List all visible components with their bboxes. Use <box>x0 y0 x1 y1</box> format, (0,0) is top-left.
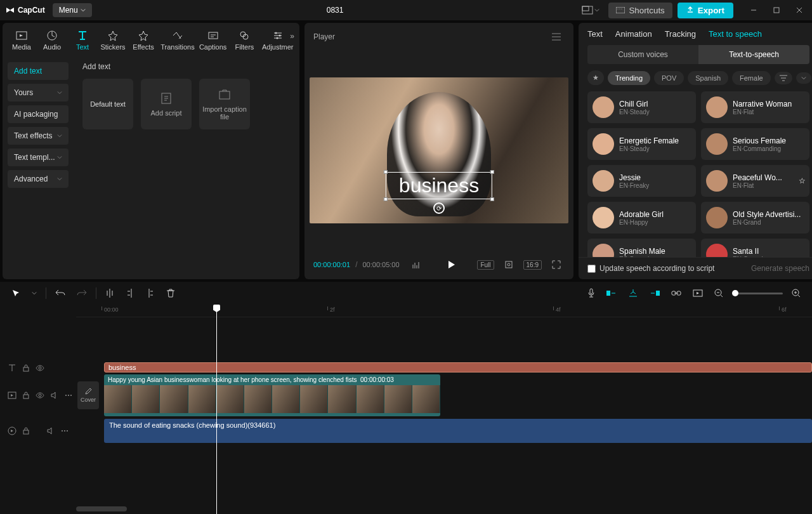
playhead[interactable] <box>216 305 217 514</box>
magnet-left-icon[interactable] <box>604 287 619 300</box>
menu-button[interactable]: Menu <box>53 3 92 17</box>
magnet-icon[interactable] <box>625 286 641 300</box>
visibility-icon[interactable] <box>36 365 44 371</box>
preview-icon[interactable] <box>690 287 705 300</box>
svg-rect-37 <box>23 430 29 434</box>
maximize-button[interactable] <box>769 4 784 16</box>
video-preview[interactable]: business ⟳ <box>310 77 568 223</box>
filter-trending[interactable]: Trending <box>608 71 650 85</box>
right-tab-text-to-speech[interactable]: Text to speech <box>709 29 762 39</box>
mic-icon[interactable] <box>585 286 598 301</box>
timeline-ruler[interactable]: 00:002f4f6f <box>76 305 812 317</box>
sidebar-item-text-effects[interactable]: Text effects <box>8 127 69 145</box>
voice-spanish-male[interactable]: Spanish MaleES·Casual <box>587 239 696 257</box>
card-default-text[interactable]: Default text <box>82 79 133 129</box>
redo-button[interactable] <box>74 286 89 300</box>
close-button[interactable] <box>792 4 807 16</box>
voice-old-style-advertisi-[interactable]: Old Style Advertisi...EN·Grand <box>701 202 809 234</box>
magnet-right-icon[interactable] <box>647 287 662 300</box>
filter-female[interactable]: Female <box>732 71 771 85</box>
generate-speech-button[interactable]: Generate speech <box>751 264 809 273</box>
text-clip[interactable]: business <box>104 362 812 372</box>
track-more-icon[interactable]: ⋯ <box>61 426 69 435</box>
tool-tab-effects[interactable]: Effects <box>129 27 157 53</box>
voice-jessie[interactable]: JessieEN·Freaky <box>587 165 696 197</box>
sidebar-item-text-templ-[interactable]: Text templ... <box>8 148 69 166</box>
tool-tab-stickers[interactable]: Stickers <box>99 27 127 53</box>
voice-santa-ii[interactable]: Santa IIEN·Casual <box>701 239 809 257</box>
sidebar-item-advanced[interactable]: Advanced <box>8 170 69 188</box>
mute-icon[interactable] <box>51 392 58 399</box>
split-icon[interactable] <box>103 286 117 300</box>
minimize-button[interactable] <box>746 4 761 16</box>
layout-button[interactable] <box>578 3 603 17</box>
voice-adorable-girl[interactable]: Adorable GirlEN·Happy <box>587 202 696 234</box>
filter-spanish[interactable]: Spanish <box>688 71 728 85</box>
mute-icon[interactable] <box>47 427 55 435</box>
zoom-out-icon[interactable] <box>712 286 726 300</box>
fullscreen-icon[interactable] <box>548 258 565 272</box>
voice-peaceful-wo-[interactable]: Peaceful Wo...EN·Flat☆ <box>701 165 809 197</box>
tool-tab-audio[interactable]: Audio <box>38 27 66 53</box>
export-button[interactable]: Export <box>678 3 733 18</box>
more-tabs-icon[interactable]: » <box>290 32 294 41</box>
rotate-handle-icon[interactable]: ⟳ <box>433 202 445 214</box>
update-speech-checkbox[interactable]: Update speech according to script <box>587 264 714 273</box>
voice-serious-female[interactable]: Serious FemaleEN·Commanding <box>701 128 809 160</box>
sort-filter-icon[interactable] <box>775 72 792 84</box>
split-left-icon[interactable] <box>123 286 137 300</box>
tool-tab-media[interactable]: Media <box>8 27 36 53</box>
card-import-caption-file[interactable]: Import caption file <box>199 79 250 129</box>
select-dropdown-icon[interactable] <box>29 288 39 298</box>
more-filter-icon[interactable] <box>796 72 811 84</box>
voice-narrative-woman[interactable]: Narrative WomanEN·Flat <box>701 91 809 123</box>
tool-tab-captions[interactable]: Captions <box>198 27 228 53</box>
play-button[interactable] <box>446 260 456 270</box>
audio-track: ⋯ The sound of eating snacks (chewing so… <box>0 416 812 445</box>
right-tab-text[interactable]: Text <box>587 29 603 39</box>
undo-button[interactable] <box>53 286 68 300</box>
sub-tab-text-to-speech[interactable]: Text-to-speech <box>698 45 809 64</box>
track-more-icon[interactable]: ⋯ <box>65 391 72 400</box>
filter-pov[interactable]: POV <box>654 71 684 85</box>
sidebar-item-yours[interactable]: Yours <box>8 84 69 102</box>
tool-tab-transitions[interactable]: Transitions <box>160 27 195 53</box>
sidebar-item-add-text[interactable]: Add text <box>8 62 69 80</box>
right-tab-tracking[interactable]: Tracking <box>665 29 696 39</box>
lock-icon[interactable] <box>23 392 29 399</box>
split-right-icon[interactable] <box>143 286 157 300</box>
text-overlay[interactable]: business <box>386 172 492 199</box>
audio-levels-icon[interactable] <box>409 258 425 271</box>
player-menu-icon[interactable] <box>548 30 565 43</box>
link-icon[interactable] <box>669 287 684 300</box>
zoom-in-icon[interactable] <box>789 286 803 300</box>
sidebar-item-ai-packaging[interactable]: AI packaging <box>8 105 69 123</box>
voice-avatar <box>593 133 614 155</box>
card-add-script[interactable]: Add script <box>141 79 192 129</box>
crop-icon[interactable] <box>501 258 517 272</box>
lock-icon[interactable] <box>23 427 29 435</box>
voice-energetic-female[interactable]: Energetic FemaleEN·Steady <box>587 128 696 160</box>
visibility-icon[interactable] <box>36 392 44 399</box>
select-tool-icon[interactable] <box>9 286 23 300</box>
delete-icon[interactable] <box>164 286 178 300</box>
right-tab-animation[interactable]: Animation <box>615 29 652 39</box>
timeline-scrollbar[interactable] <box>76 506 806 511</box>
video-clip[interactable]: Happy young Asian businesswoman looking … <box>104 374 440 416</box>
star-icon[interactable]: ☆ <box>799 176 806 185</box>
sub-tab-custom-voices[interactable]: Custom voices <box>587 45 698 64</box>
full-button[interactable]: Full <box>477 260 494 270</box>
shortcuts-button[interactable]: Shortcuts <box>608 3 672 18</box>
voice-avatar <box>593 244 614 257</box>
tool-tab-adjustmer[interactable]: Adjustmer <box>261 27 294 53</box>
cover-button[interactable]: Cover <box>77 381 99 409</box>
lock-icon[interactable] <box>23 364 29 372</box>
zoom-slider[interactable] <box>732 293 783 294</box>
tool-tab-text[interactable]: Text <box>69 27 96 53</box>
tool-tab-filters[interactable]: Filters <box>230 27 258 53</box>
audio-clip[interactable]: The sound of eating snacks (chewing soun… <box>104 419 812 443</box>
ratio-button[interactable]: 16:9 <box>523 260 542 270</box>
voice-chill-girl[interactable]: Chill GirlEN·Steady <box>587 91 696 123</box>
favorites-filter[interactable]: ★ <box>587 70 604 85</box>
voice-avatar <box>593 96 614 118</box>
